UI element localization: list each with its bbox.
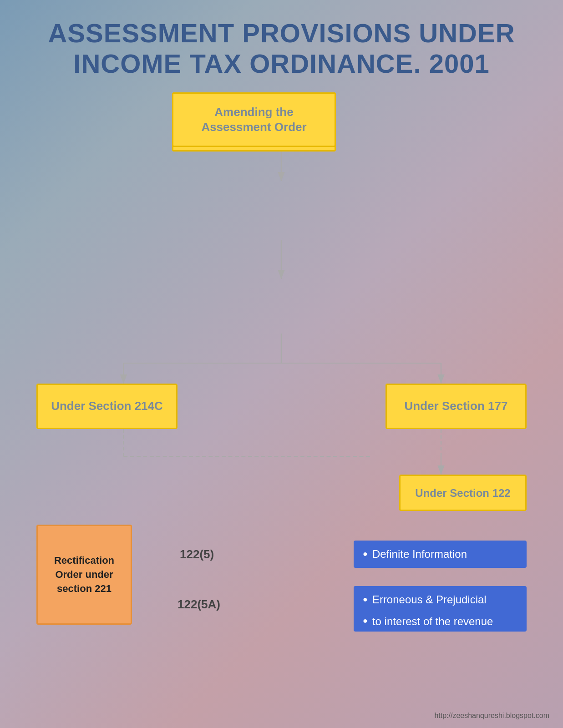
bullet-icon: ● (363, 549, 368, 559)
erroneous-box: ● Erroneous & Prejudicial ● to interest … (354, 586, 527, 632)
definite-info-box: ● Definite Information (354, 541, 527, 567)
section-214c-box: Under Section 214C (36, 384, 178, 429)
section-177-box: Under Section 177 (385, 384, 527, 429)
section-122-box: Under Section 122 (399, 475, 527, 511)
amending-box: Amending the Assessment Order (172, 92, 336, 147)
rectification-box: Rectification Order under section 221 (36, 525, 132, 625)
bullet-icon-3: ● (363, 616, 368, 626)
label-122-5: 122(5) (180, 547, 214, 561)
bullet-icon-2: ● (363, 594, 368, 605)
page-title: ASSESSMENT PROVISIONS UNDER INCOME TAX O… (0, 0, 563, 92)
footer-url: http://zeeshanqureshi.blogspot.com (434, 712, 549, 720)
label-122-5a: 122(5A) (178, 597, 220, 612)
